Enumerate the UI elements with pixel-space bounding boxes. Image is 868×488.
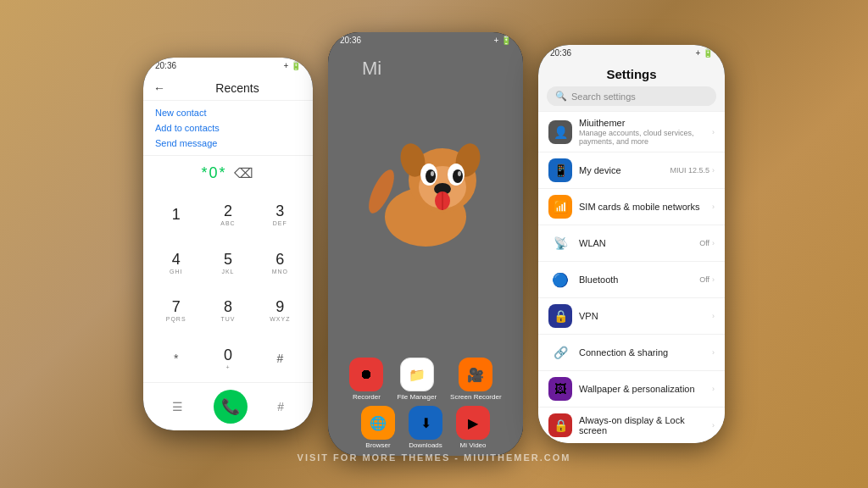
status-time-3: 20:36 — [550, 48, 571, 58]
new-contact-link[interactable]: New contact — [155, 108, 301, 118]
dialer-screen: 20:36 + 🔋 ← Recents New contact Add to c… — [143, 58, 313, 430]
status-icons-3: + 🔋 — [695, 48, 713, 58]
always-on-title: Always-on display & Lock screen — [579, 415, 705, 435]
app-downloads[interactable]: ⬇ Downloads — [409, 406, 442, 449]
my-device-badge: MIUI 12.5.5 — [670, 166, 709, 175]
app-mi-video[interactable]: ▶ Mi Video — [456, 406, 490, 449]
dial-key-star[interactable]: * — [150, 335, 202, 383]
bluetooth-title: Bluetooth — [579, 274, 693, 285]
always-on-icon: 🔒 — [548, 413, 572, 437]
recorder-label: Recorder — [353, 393, 381, 401]
dial-key-1[interactable]: 1 — [150, 191, 202, 239]
recents-title: Recents — [172, 81, 303, 95]
bluetooth-badge: Off — [699, 275, 709, 284]
dialer-number: *0* — [201, 164, 226, 182]
dial-key-8[interactable]: 8TUV — [202, 286, 253, 335]
back-button[interactable]: ← — [153, 81, 165, 95]
keypad-icon[interactable]: # — [277, 400, 284, 413]
app-row-2: 🌐 Browser ⬇ Downloads ▶ Mi Video — [338, 406, 513, 449]
phone-2: 20:36 + 🔋 Mi — [328, 32, 523, 456]
file-manager-icon: 📁 — [400, 358, 434, 391]
connection-chevron: › — [712, 348, 715, 357]
app-row-1: ⏺ Recorder 📁 File Manager 🎥 Screen Recor… — [338, 358, 513, 401]
dial-key-7[interactable]: 7PQRS — [150, 286, 202, 335]
vpn-icon: 🔒 — [548, 304, 572, 328]
dial-key-6[interactable]: 6MNO — [254, 239, 306, 287]
status-time-2: 20:36 — [340, 36, 361, 45]
connection-title: Connection & sharing — [579, 347, 705, 358]
dial-key-9[interactable]: 9WXYZ — [254, 286, 306, 335]
settings-item-my-device[interactable]: 📱 My device MIUI 12.5.5 › — [538, 152, 725, 189]
dial-key-5[interactable]: 5JKL — [202, 239, 253, 287]
recorder-icon: ⏺ — [349, 358, 383, 391]
svg-point-8 — [426, 169, 436, 183]
bluetooth-chevron: › — [712, 275, 715, 284]
recents-header: ← Recents — [143, 76, 313, 101]
settings-item-always-on[interactable]: 🔒 Always-on display & Lock screen › — [538, 408, 725, 443]
settings-item-sim[interactable]: 📶 SIM cards & mobile networks › — [538, 189, 725, 225]
settings-item-bluetooth[interactable]: 🔵 Bluetooth Off › — [538, 262, 725, 298]
phone-1: 20:36 + 🔋 ← Recents New contact Add to c… — [143, 58, 313, 430]
home-screen: 20:36 + 🔋 Mi — [328, 32, 523, 456]
status-time-1: 20:36 — [155, 61, 176, 70]
screen-recorder-icon: 🎥 — [459, 358, 492, 391]
mi-label: Mi — [362, 58, 381, 80]
settings-item-connection[interactable]: 🔗 Connection & sharing › — [538, 335, 725, 371]
settings-search-bar[interactable]: 🔍 Search settings — [547, 86, 716, 106]
screen-recorder-label: Screen Recorder — [450, 393, 501, 401]
settings-item-miuithemer[interactable]: 👤 Miuithemer Manage accounts, cloud serv… — [538, 111, 725, 152]
wallpaper-icon: 🖼 — [548, 377, 572, 401]
sim-chevron: › — [712, 202, 715, 211]
call-button[interactable]: 📞 — [214, 390, 248, 424]
dial-key-hash[interactable]: # — [254, 335, 306, 383]
miuithemer-chevron: › — [712, 128, 715, 136]
app-screen-recorder[interactable]: 🎥 Screen Recorder — [450, 358, 501, 401]
sim-icon: 📶 — [548, 195, 572, 219]
wlan-icon: 📡 — [548, 231, 572, 255]
my-device-chevron: › — [712, 166, 715, 175]
settings-screen: 20:36 + 🔋 Settings 🔍 Search settings 👤 M… — [538, 45, 725, 443]
wallpaper-chevron: › — [712, 385, 715, 393]
file-manager-label: File Manager — [397, 393, 437, 401]
dial-key-0[interactable]: 0+ — [202, 335, 253, 383]
browser-label: Browser — [365, 441, 390, 449]
add-contacts-link[interactable]: Add to contacts — [155, 123, 301, 133]
app-browser[interactable]: 🌐 Browser — [361, 406, 395, 449]
svg-point-10 — [431, 171, 434, 176]
watermark: VISIT FOR MORE THEMES - MIUITHEMER.COM — [298, 452, 571, 463]
app-recorder[interactable]: ⏺ Recorder — [349, 358, 383, 401]
svg-point-11 — [458, 171, 461, 176]
settings-item-wlan[interactable]: 📡 WLAN Off › — [538, 225, 725, 262]
miuithemer-sub: Manage accounts, cloud services, payment… — [579, 129, 705, 146]
wlan-chevron: › — [712, 239, 715, 247]
dial-key-3[interactable]: 3DEF — [254, 191, 306, 239]
bluetooth-icon: 🔵 — [548, 268, 572, 291]
settings-item-vpn[interactable]: 🔒 VPN › — [538, 298, 725, 335]
dog-mascot — [358, 136, 493, 247]
wlan-badge: Off — [699, 239, 709, 247]
mi-video-icon: ▶ — [456, 406, 490, 440]
wlan-title: WLAN — [579, 238, 693, 248]
app-file-manager[interactable]: 📁 File Manager — [397, 358, 437, 401]
dial-key-4[interactable]: 4GHI — [150, 239, 202, 287]
status-bar-1: 20:36 + 🔋 — [143, 58, 313, 74]
send-message-link[interactable]: Send message — [155, 138, 301, 148]
vpn-chevron: › — [712, 312, 715, 320]
settings-title: Settings — [538, 64, 725, 86]
settings-list: 👤 Miuithemer Manage accounts, cloud serv… — [538, 111, 725, 443]
backspace-button[interactable]: ⌫ — [234, 165, 255, 181]
dial-grid: 1 2ABC 3DEF 4GHI 5JKL 6MNO 7PQRS 8TUV 9W… — [143, 191, 313, 382]
app-grid: ⏺ Recorder 📁 File Manager 🎥 Screen Recor… — [328, 351, 523, 456]
miuithemer-title: Miuithemer — [579, 118, 705, 128]
mi-video-label: Mi Video — [460, 441, 487, 449]
svg-point-9 — [453, 169, 463, 183]
sim-title: SIM cards & mobile networks — [579, 202, 705, 212]
downloads-label: Downloads — [409, 441, 442, 449]
menu-icon[interactable]: ☰ — [172, 400, 183, 413]
wallpaper-title: Wallpaper & personalization — [579, 384, 705, 394]
status-icons-2: + 🔋 — [493, 36, 511, 45]
settings-item-wallpaper[interactable]: 🖼 Wallpaper & personalization › — [538, 371, 725, 408]
status-bar-2: 20:36 + 🔋 — [328, 32, 523, 48]
dial-bottom-bar: ☰ 📞 # — [143, 382, 313, 430]
dial-key-2[interactable]: 2ABC — [202, 191, 253, 239]
